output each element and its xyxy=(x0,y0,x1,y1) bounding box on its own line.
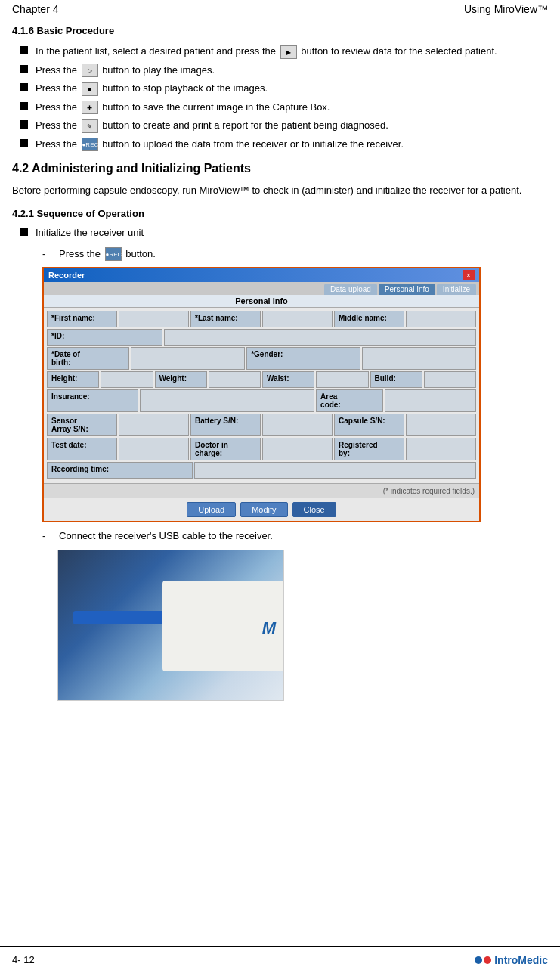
dialog-titlebar: Recorder × xyxy=(44,268,479,282)
list-item: In the patient list, select a desired pa… xyxy=(20,44,548,59)
bullet-text: Press the ■ button to stop playback of t… xyxy=(36,81,548,96)
dob-label: *Date ofbirth: xyxy=(47,347,129,370)
dialog-row: *First name: *Last name: Middle name: xyxy=(47,311,476,327)
page-header: Chapter 4 Using MiroView™ xyxy=(0,0,560,17)
area-code-field[interactable] xyxy=(385,389,476,412)
chapter-title: Chapter 4 xyxy=(12,3,58,15)
capsule-label: Capsule S/N: xyxy=(334,414,404,436)
build-label: Build: xyxy=(370,371,422,388)
dialog-row: *Date ofbirth: *Gender: xyxy=(47,347,476,370)
last-name-label: *Last name: xyxy=(190,311,261,327)
bullet-text: Press the ▷ button to play the images. xyxy=(36,63,548,78)
list-item: - Press the ●REC button. xyxy=(42,246,548,262)
sub-item-list: - Press the ●REC button. xyxy=(42,246,548,262)
close-button[interactable]: Close xyxy=(292,502,336,517)
dialog-close-button[interactable]: × xyxy=(463,270,475,280)
dialog-row: Recording time: xyxy=(47,462,476,479)
section-416-heading: 4.1.6 Basic Procedure xyxy=(12,25,548,36)
dialog-body: *First name: *Last name: Middle name: *I… xyxy=(44,308,479,483)
dialog-section-label: Personal Info xyxy=(44,295,479,308)
dob-field[interactable] xyxy=(131,347,245,370)
doctor-field[interactable] xyxy=(262,438,333,460)
main-content: 4.1.6 Basic Procedure In the patient lis… xyxy=(0,17,560,745)
height-label: Height: xyxy=(47,371,99,388)
last-name-field[interactable] xyxy=(262,311,333,327)
recorder-dialog: Recorder × Data upload Personal Info Ini… xyxy=(42,267,481,522)
list-item: Press the ●REC button to upload the data… xyxy=(20,137,548,152)
bullet-text: Press the + button to save the current i… xyxy=(36,100,548,115)
modify-button[interactable]: Modify xyxy=(240,502,287,517)
dialog-row: *ID: xyxy=(47,329,476,346)
dialog-title: Recorder xyxy=(48,271,85,280)
registered-field[interactable] xyxy=(406,438,476,460)
capsule-field[interactable] xyxy=(406,414,476,436)
logo-dot-red xyxy=(484,956,491,964)
tab-initialize[interactable]: Initialize xyxy=(437,284,476,295)
area-code-label: Areacode: xyxy=(316,389,383,412)
dash-text: Press the ●REC button. xyxy=(59,246,156,262)
tab-personal-info[interactable]: Personal Info xyxy=(379,284,435,295)
intromedic-logo-icon xyxy=(475,956,491,964)
dash-icon: - xyxy=(42,528,50,544)
list-item: - Connect the receiver's USB cable to th… xyxy=(42,528,548,544)
play-icon: ▷ xyxy=(82,64,98,77)
bullet-icon xyxy=(20,228,28,236)
list-item: Press the ✎ button to create and print a… xyxy=(20,118,548,133)
weight-field[interactable] xyxy=(209,371,261,388)
section-42-heading: 4.2 Administering and Initializing Patie… xyxy=(12,162,548,175)
list-item: Press the ▷ button to play the images. xyxy=(20,63,548,78)
bullet-text: Press the ✎ button to create and print a… xyxy=(36,118,548,133)
cable-horizontal xyxy=(73,611,164,624)
stop-icon: ■ xyxy=(82,82,98,96)
bullet-text: Press the ●REC button to upload the data… xyxy=(36,137,548,152)
test-date-label: Test date: xyxy=(47,438,117,460)
insurance-label: Insurance: xyxy=(47,389,138,412)
id-field[interactable] xyxy=(164,329,476,346)
doctor-label: Doctor incharge: xyxy=(190,438,261,460)
recording-field[interactable] xyxy=(194,462,476,479)
list-item: Press the + button to save the current i… xyxy=(20,100,548,115)
dash-icon: - xyxy=(42,246,50,262)
waist-field[interactable] xyxy=(316,371,368,388)
bullet-icon xyxy=(20,83,28,91)
gender-label: *Gender: xyxy=(246,347,360,370)
dialog-row: Height: Weight: Waist: Build: xyxy=(47,371,476,388)
insurance-field[interactable] xyxy=(140,389,314,412)
middle-name-field[interactable] xyxy=(406,311,476,327)
sensor-field[interactable] xyxy=(119,414,189,436)
app-title: Using MiroView™ xyxy=(464,3,548,15)
bullet-icon xyxy=(20,139,28,147)
bullet-icon xyxy=(20,46,28,54)
build-field[interactable] xyxy=(424,371,476,388)
test-date-field[interactable] xyxy=(119,438,189,460)
logo-dot-blue xyxy=(475,956,482,964)
review-icon: ▶ xyxy=(280,45,297,59)
dialog-row: SensorArray S/N: Battery S/N: Capsule S/… xyxy=(47,414,476,436)
id-label: *ID: xyxy=(47,329,162,346)
height-field[interactable] xyxy=(101,371,153,388)
miroview-logo-m: M xyxy=(262,618,276,638)
list-item: Press the ■ button to stop playback of t… xyxy=(20,81,548,96)
dialog-footer-note: (* indicates required fields.) xyxy=(44,483,479,498)
tab-data-upload[interactable]: Data upload xyxy=(324,284,377,295)
section-416-bullets: In the patient list, select a desired pa… xyxy=(20,44,548,151)
list-item: Initialize the receiver unit xyxy=(20,225,548,240)
first-name-field[interactable] xyxy=(119,311,189,327)
usb-photo: M xyxy=(57,550,284,701)
bullet-icon xyxy=(20,65,28,73)
sensor-label: SensorArray S/N: xyxy=(47,414,117,436)
logo-text: IntroMedic xyxy=(494,954,548,966)
upload-button[interactable]: Upload xyxy=(187,502,236,517)
upload-icon: ●REC xyxy=(82,138,98,151)
footer-logo: IntroMedic xyxy=(475,954,548,966)
battery-field[interactable] xyxy=(262,414,333,436)
dialog-row: Test date: Doctor incharge: Registeredby… xyxy=(47,438,476,460)
dialog-buttons: Upload Modify Close xyxy=(44,498,479,521)
sub-item-list-2: - Connect the receiver's USB cable to th… xyxy=(42,528,548,544)
gender-field[interactable] xyxy=(362,347,476,370)
waist-label: Waist: xyxy=(262,371,314,388)
section-421-heading: 4.2.1 Sequence of Operation xyxy=(12,208,548,219)
weight-label: Weight: xyxy=(155,371,207,388)
dialog-tabs: Data upload Personal Info Initialize xyxy=(44,282,479,295)
first-name-label: *First name: xyxy=(47,311,117,327)
